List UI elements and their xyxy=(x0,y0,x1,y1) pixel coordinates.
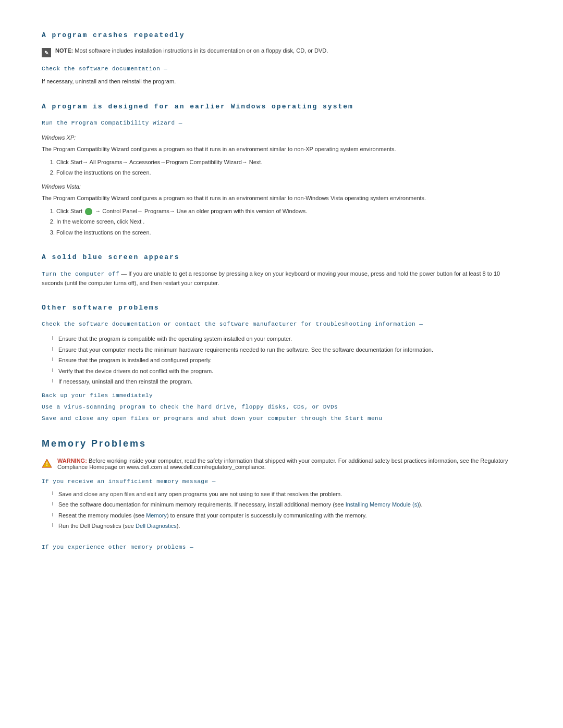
memory-problems-section: Memory Problems ! WARNING: Before workin… xyxy=(42,438,521,550)
mem-bullet-4: Run the Dell Diagnostics (see Dell Diagn… xyxy=(52,522,521,530)
blue-screen-dash: — xyxy=(119,270,127,277)
bullet-4: Verify that the device drivers do not co… xyxy=(52,367,521,376)
other-software-title: Other software problems xyxy=(42,304,521,312)
other-software-bullets: Ensure that the program is compatible wi… xyxy=(52,335,521,386)
note-box: ✎ NOTE: Most software includes installat… xyxy=(42,47,521,57)
insufficient-memory-bullets: Save and close any open files and exit a… xyxy=(52,490,521,530)
windows-vista-steps: Click Start → Control Panel→ Programs→ U… xyxy=(56,207,521,237)
other-software-section: Other software problems Check the softwa… xyxy=(42,304,521,422)
bullet-3: Ensure that the program is installed and… xyxy=(52,356,521,365)
xp-step-1: Click Start→ All Programs→ Accessories→P… xyxy=(56,158,521,167)
windows-xp-label: Windows XP: xyxy=(42,133,521,142)
note-body: Most software includes installation inst… xyxy=(75,47,328,54)
other-memory-problems-link[interactable]: If you experience other memory problems xyxy=(42,544,193,550)
turn-computer-off-link[interactable]: Turn the computer off xyxy=(42,271,119,277)
note-label: NOTE: xyxy=(55,47,73,54)
windows-xp-steps: Click Start→ All Programs→ Accessories→P… xyxy=(56,158,521,177)
svg-text:!: ! xyxy=(46,461,48,467)
mem-bullet-1: Save and close any open files and exit a… xyxy=(52,490,521,499)
windows-vista-label: Windows Vista: xyxy=(42,182,521,191)
xp-step-2: Follow the instructions on the screen. xyxy=(56,168,521,177)
note-icon: ✎ xyxy=(42,48,51,57)
mem-bullet-3: Reseat the memory modules (see Memory) t… xyxy=(52,511,521,520)
blue-screen-title: A solid blue screen appears xyxy=(42,253,521,261)
insufficient-memory-link[interactable]: If you receive an insufficient memory me… xyxy=(42,478,216,485)
memory-problems-title: Memory Problems xyxy=(42,438,521,449)
vista-step-1: Click Start → Control Panel→ Programs→ U… xyxy=(56,207,521,216)
bullet-2: Ensure that your computer meets the mini… xyxy=(52,346,521,354)
warning-body: Before working inside your computer, rea… xyxy=(57,458,508,470)
dell-diagnostics-link[interactable]: Dell Diagnostics xyxy=(136,523,177,529)
vista-step-2: In the welcome screen, click Next . xyxy=(56,217,521,226)
warning-label: WARNING: xyxy=(57,458,87,464)
check-software-doc-contact-link[interactable]: Check the software documentation or cont… xyxy=(42,321,423,327)
check-software-doc-link[interactable]: Check the software documentation xyxy=(42,66,167,72)
earlier-windows-title: A program is designed for an earlier Win… xyxy=(42,103,521,110)
program-crashes-title: A program crashes repeatedly xyxy=(42,31,521,39)
blue-screen-section: A solid blue screen appears Turn the com… xyxy=(42,253,521,287)
memory-link[interactable]: Memory xyxy=(146,512,167,519)
earlier-windows-section: A program is designed for an earlier Win… xyxy=(42,103,521,237)
windows-xp-desc: The Program Compatibility Wizard configu… xyxy=(42,145,521,154)
back-up-files-link[interactable]: Back up your files immediately xyxy=(42,392,153,399)
virus-scan-link[interactable]: Use a virus-scanning program to check th… xyxy=(42,404,338,410)
note-text: NOTE: Most software includes installatio… xyxy=(55,47,328,54)
warning-icon: ! xyxy=(42,458,52,468)
installing-memory-link[interactable]: Installing Memory Module (s) xyxy=(346,501,419,508)
uninstall-reinstall-text: If necessary, uninstall and then reinsta… xyxy=(42,77,521,86)
mem-bullet-2: See the software documentation for minim… xyxy=(52,500,521,509)
windows-start-icon xyxy=(85,208,92,215)
warning-text: WARNING: Before working inside your comp… xyxy=(57,458,521,470)
warning-box: ! WARNING: Before working inside your co… xyxy=(42,458,521,470)
blue-screen-instruction: Turn the computer off — If you are unabl… xyxy=(42,269,521,287)
run-compatibility-wizard-link[interactable]: Run the Program Compatibility Wizard xyxy=(42,120,182,126)
windows-vista-desc: The Program Compatibility Wizard configu… xyxy=(42,194,521,203)
bullet-1: Ensure that the program is compatible wi… xyxy=(52,335,521,343)
save-close-shutdown-link[interactable]: Save and close any open files or program… xyxy=(42,415,382,422)
vista-step-3: Follow the instructions on the screen. xyxy=(56,228,521,237)
program-crashes-section: A program crashes repeatedly ✎ NOTE: Mos… xyxy=(42,31,521,86)
bullet-5: If necessary, uninstall and then reinsta… xyxy=(52,377,521,386)
